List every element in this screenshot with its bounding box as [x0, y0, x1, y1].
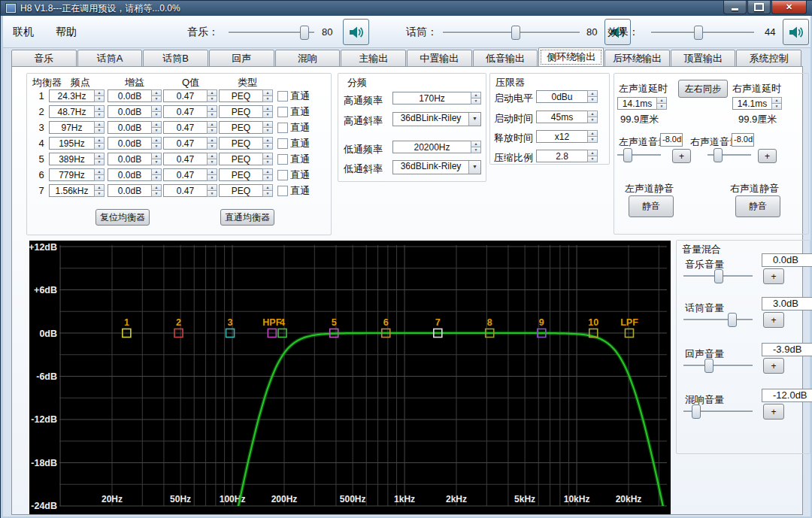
spin-down-icon[interactable]: ▼: [262, 95, 273, 102]
spin-down-icon[interactable]: ▼: [94, 174, 105, 181]
spin-down-icon[interactable]: ▼: [656, 103, 667, 110]
eq-bypass-checkbox-3[interactable]: [277, 123, 288, 133]
mic-mix-value[interactable]: 3.0dB: [762, 297, 812, 310]
echo-mix-value[interactable]: -3.9dB: [762, 343, 812, 356]
spin-down-icon[interactable]: ▼: [771, 103, 782, 110]
spin-down-icon[interactable]: ▼: [207, 143, 217, 150]
slider-thumb[interactable]: [511, 26, 520, 40]
spin-down-icon[interactable]: ▼: [94, 143, 105, 150]
spin-up-icon[interactable]: ▲: [94, 168, 105, 174]
mic-mix-slider[interactable]: [683, 313, 753, 326]
spin-down-icon[interactable]: ▼: [587, 156, 598, 162]
spin-down-icon[interactable]: ▼: [262, 159, 273, 165]
limiter-threshold-spinner[interactable]: 0dBu▲▼: [536, 90, 598, 103]
eq-freq-spinner-4[interactable]: 195Hz▲▼: [49, 137, 105, 150]
tab-主输出[interactable]: 主输出: [341, 50, 406, 67]
eq-q-spinner-1[interactable]: 0.47▲▼: [163, 89, 217, 102]
spin-up-icon[interactable]: ▲: [207, 89, 217, 95]
slider-thumb[interactable]: [300, 26, 309, 40]
eq-bypass-checkbox-1[interactable]: [277, 91, 288, 101]
spin-down-icon[interactable]: ▼: [587, 136, 598, 143]
spin-up-icon[interactable]: ▲: [151, 121, 162, 127]
tab-中置输出[interactable]: 中置输出: [407, 50, 472, 67]
spin-up-icon[interactable]: ▲: [207, 105, 217, 111]
right-mute-button[interactable]: 静音: [735, 195, 780, 217]
eq-bypass-button[interactable]: 直通均衡器: [220, 209, 274, 226]
hpf-freq-spinner[interactable]: 170Hz ▲▼: [392, 92, 481, 105]
eq-bypass-checkbox-2[interactable]: [277, 107, 288, 117]
eq-type-spinner-5[interactable]: PEQ▲▼: [219, 153, 273, 165]
mic-volume-slider[interactable]: [443, 26, 580, 39]
eq-reset-button[interactable]: 复位均衡器: [95, 209, 150, 226]
spin-up-icon[interactable]: ▲: [262, 137, 273, 143]
left-volume-plus-button[interactable]: +: [672, 149, 691, 163]
frequency-response-chart[interactable]: +12dB+6dB0dB-6dB-12dB-18dB-24dB20Hz50Hz1…: [29, 241, 671, 514]
eq-q-spinner-7[interactable]: 0.47▲▼: [163, 184, 217, 197]
spin-down-icon[interactable]: ▼: [262, 111, 273, 118]
eq-freq-spinner-3[interactable]: 97Hz▲▼: [49, 121, 105, 134]
left-delay-spinner[interactable]: 14.1ms ▲▼: [617, 97, 667, 110]
spin-down-icon[interactable]: ▼: [151, 127, 162, 134]
spin-down-icon[interactable]: ▼: [262, 190, 273, 197]
spin-up-icon[interactable]: ▲: [207, 184, 217, 190]
slider-thumb[interactable]: [623, 148, 632, 162]
spin-up-icon[interactable]: ▲: [94, 105, 105, 111]
eq-gain-spinner-6[interactable]: 0.0dB▲▼: [108, 168, 162, 181]
eq-bypass-checkbox-6[interactable]: [277, 170, 288, 180]
spin-down-icon[interactable]: ▼: [207, 190, 217, 197]
spin-down-icon[interactable]: ▼: [151, 95, 162, 102]
limiter-release-spinner[interactable]: x12▲▼: [536, 130, 598, 143]
eq-bypass-checkbox-7[interactable]: [277, 186, 288, 196]
spin-down-icon[interactable]: ▼: [94, 111, 105, 118]
eq-q-spinner-5[interactable]: 0.47▲▼: [163, 153, 217, 165]
slider-thumb[interactable]: [692, 404, 701, 419]
menu-item-help[interactable]: 帮助: [56, 26, 77, 39]
eq-type-spinner-7[interactable]: PEQ▲▼: [219, 184, 273, 197]
limiter-attack-spinner[interactable]: 45ms▲▼: [536, 111, 598, 123]
tab-回声[interactable]: 回声: [209, 50, 274, 67]
limiter-ratio-spinner[interactable]: 2.8▲▼: [536, 150, 598, 162]
spin-down-icon[interactable]: ▼: [151, 174, 162, 181]
spin-up-icon[interactable]: ▲: [94, 89, 105, 95]
spin-down-icon[interactable]: ▼: [262, 143, 273, 150]
right-delay-spinner[interactable]: 14.1ms ▲▼: [732, 97, 782, 110]
spin-up-icon[interactable]: ▲: [151, 168, 162, 174]
spin-up-icon[interactable]: ▲: [151, 105, 162, 111]
spin-up-icon[interactable]: ▲: [262, 105, 273, 111]
spin-down-icon[interactable]: ▼: [94, 159, 105, 165]
music-speaker-button[interactable]: [343, 19, 369, 45]
eq-type-spinner-3[interactable]: PEQ▲▼: [219, 121, 273, 134]
eq-gain-spinner-4[interactable]: 0.0dB▲▼: [108, 137, 162, 150]
eq-bypass-checkbox-5[interactable]: [277, 154, 288, 165]
spin-down-icon[interactable]: ▼: [207, 159, 217, 165]
hpf-slope-select[interactable]: 36dBLink-Riley ▼: [392, 112, 481, 126]
spin-down-icon[interactable]: ▼: [94, 127, 105, 134]
eq-type-spinner-1[interactable]: PEQ▲▼: [219, 89, 273, 102]
eq-q-spinner-2[interactable]: 0.47▲▼: [163, 105, 217, 118]
spin-up-icon[interactable]: ▲: [151, 153, 162, 159]
spin-up-icon[interactable]: ▲: [587, 150, 598, 156]
eq-freq-spinner-7[interactable]: 1.56kHz▲▼: [49, 184, 105, 197]
slider-thumb[interactable]: [704, 359, 714, 373]
spin-up-icon[interactable]: ▲: [207, 168, 217, 174]
tab-混响[interactable]: 混响: [275, 50, 341, 67]
spin-up-icon[interactable]: ▲: [471, 141, 481, 147]
effect-volume-slider[interactable]: [651, 26, 754, 39]
eq-freq-spinner-6[interactable]: 779Hz▲▼: [49, 168, 105, 181]
spin-up-icon[interactable]: ▲: [262, 89, 273, 95]
tab-后环绕输出[interactable]: 后环绕输出: [604, 50, 670, 67]
right-volume-plus-button[interactable]: +: [758, 149, 777, 163]
spin-up-icon[interactable]: ▲: [151, 184, 162, 190]
music-volume-slider[interactable]: [229, 26, 314, 39]
slider-thumb[interactable]: [714, 148, 723, 162]
spin-up-icon[interactable]: ▲: [94, 137, 105, 143]
eq-freq-spinner-5[interactable]: 389Hz▲▼: [49, 153, 105, 165]
spin-down-icon[interactable]: ▼: [207, 95, 217, 102]
lr-sync-button[interactable]: 左右同步: [678, 80, 728, 98]
mic-mix-plus-button[interactable]: +: [763, 312, 784, 328]
spin-down-icon[interactable]: ▼: [94, 190, 105, 197]
spin-up-icon[interactable]: ▲: [771, 97, 782, 103]
spin-up-icon[interactable]: ▲: [207, 153, 217, 159]
slider-thumb[interactable]: [694, 26, 703, 40]
eq-q-spinner-6[interactable]: 0.47▲▼: [163, 168, 217, 181]
